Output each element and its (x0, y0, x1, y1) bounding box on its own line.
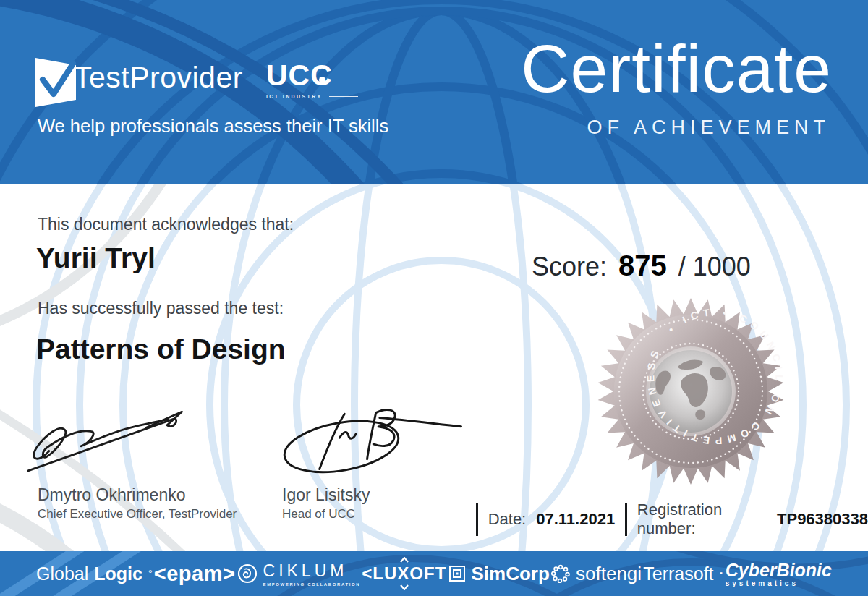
simcorp-squares-icon (448, 565, 466, 582)
test-name: Patterns of Design (36, 333, 286, 365)
brand-tagline: We help professionals assess their IT sk… (38, 116, 388, 137)
score-label: Score: (532, 252, 607, 282)
footer-band: GlobalLogic° <epam> CIKLUM EMPOWERING CO… (0, 551, 868, 596)
signature-igor (275, 401, 464, 477)
testprovider-checkmark-icon (33, 54, 78, 108)
passed-label: Has successfully passed the test: (38, 299, 284, 318)
certificate-page: TestProvider UCC ICT INDUSTRY We help pr… (0, 0, 868, 596)
ucc-letters: UCC (266, 59, 333, 92)
cyberbionic-logo: CyberBionic systematics (726, 560, 832, 587)
certificate-subtitle: OF ACHIEVEMENT (587, 116, 830, 139)
ucc-divider-line (329, 96, 358, 97)
date-value: 07.11.2021 (536, 510, 615, 529)
recipient-name: Yurii Tryl (36, 242, 156, 274)
cyberbionic-text: CyberBionic (726, 560, 832, 581)
divider-bar (476, 503, 478, 536)
terrasoft-mark: · (720, 566, 724, 582)
ucc-logo-text: UCC (266, 59, 358, 92)
registration-label: Registration number: (637, 501, 767, 538)
signature-dmytro (25, 404, 211, 478)
ciklum-logo: CIKLUM EMPOWERING COLLABORATION (237, 561, 361, 587)
cyberbionic-block: CyberBionic systematics (726, 560, 832, 587)
chevron-down-icon (399, 584, 409, 590)
meta-row: Date: 07.11.2021 Registration number: TP… (476, 501, 868, 537)
ucc-logo: UCC ICT INDUSTRY (266, 59, 358, 99)
ciklum-text-block: CIKLUM EMPOWERING COLLABORATION (263, 561, 361, 587)
signer-title: Chief Executive Officer, TestProvider (38, 507, 237, 522)
signer-name: Dmytro Okhrimenko (38, 485, 185, 505)
ciklum-swirl-icon (237, 563, 258, 584)
simcorp-text: SimCorp (472, 563, 550, 585)
certificate-title: Certificate (521, 32, 832, 106)
ict-council-seal: • ICT • COUNCIL ON COMPETITIVENESS (597, 297, 785, 485)
globallogic-mark: ° (148, 568, 153, 579)
terrasoft-text: Terrasoft (643, 563, 713, 584)
softengi-logo: softengi (551, 563, 642, 585)
header-band: TestProvider UCC ICT INDUSTRY We help pr… (0, 0, 868, 184)
luxoft-block: <LUXOFT (362, 557, 446, 590)
globallogic-text: Global (36, 563, 88, 584)
ciklum-text: CIKLUM (263, 561, 348, 581)
signer-name: Igor Lisitsky (282, 485, 370, 505)
registration-value: TP96380338 (777, 510, 868, 529)
ucc-sub-row: ICT INDUSTRY (266, 94, 358, 99)
brand-name: TestProvider (74, 61, 243, 95)
luxoft-logo: <LUXOFT (362, 557, 446, 590)
score-row: Score: 875 / 1000 (532, 250, 751, 282)
ucc-dot-icon (319, 77, 326, 83)
score-total: / 1000 (678, 252, 751, 282)
softengi-dots-icon (551, 564, 570, 583)
softengi-text: softengi (576, 563, 642, 585)
luxoft-text: <LUXOFT (362, 563, 446, 584)
partner-logos-row: GlobalLogic° <epam> CIKLUM EMPOWERING CO… (0, 551, 868, 596)
certificate-body: This document acknowledges that: Yurii T… (0, 184, 868, 551)
acknowledge-label: This document acknowledges that: (38, 215, 294, 234)
ucc-subtext: ICT INDUSTRY (266, 94, 323, 99)
terrasoft-logo: Terrasoft· (643, 563, 723, 584)
epam-text: <epam> (154, 562, 236, 586)
globallogic-logo: GlobalLogic° (36, 563, 153, 584)
chevron-up-icon (399, 557, 409, 563)
cyberbionic-subtext: systematics (726, 579, 799, 587)
divider-bar (625, 503, 627, 536)
epam-logo: <epam> (154, 562, 236, 586)
ciklum-subtext: EMPOWERING COLLABORATION (263, 582, 361, 587)
simcorp-logo: SimCorp (448, 563, 550, 585)
date-label: Date: (488, 510, 527, 529)
signer-title: Head of UCC (282, 507, 355, 522)
globallogic-text-bold: Logic (94, 563, 142, 584)
score-value: 875 (618, 250, 667, 282)
